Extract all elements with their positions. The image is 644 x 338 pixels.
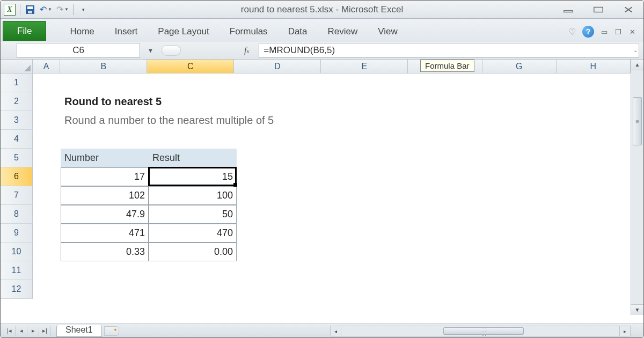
minimize-button[interactable] [563,5,574,14]
excel-logo-icon [4,4,16,16]
column-header[interactable]: C [147,60,234,73]
name-box-dropdown[interactable]: ▼ [148,47,153,54]
next-sheet-button[interactable]: ▸ [27,326,39,336]
formula-text: =MROUND(B6,5) [264,45,335,56]
first-sheet-button[interactable]: |◂ [4,326,16,336]
row-header[interactable]: 1 [1,74,33,92]
workbook-minimize-button[interactable]: ▭ [601,28,608,36]
ribbon-tab-review[interactable]: Review [328,26,358,37]
ribbon-tab-insert[interactable]: Insert [115,26,138,37]
workbook-close-button[interactable]: ✕ [628,28,636,36]
cell[interactable]: 470 [149,224,237,243]
row-header[interactable]: 2 [1,92,33,111]
column-header[interactable]: A [33,60,60,73]
undo-icon: ↶ [40,5,47,14]
redo-button[interactable]: ↷▼ [56,4,69,16]
row-header[interactable]: 10 [1,243,33,261]
horizontal-scrollbar[interactable]: ◂ ▸ [330,326,631,336]
formula-bar: C6 ▼ fx =MROUND(B6,5) ⌄ [1,41,643,60]
sheet-tab-bar: |◂ ◂ ▸ ▸| Sheet1 ◂ ▸ [1,324,643,337]
vertical-scroll-thumb[interactable] [633,97,642,145]
vertical-scrollbar[interactable]: ▲ ▼ [631,60,643,315]
row-header[interactable]: 8 [1,205,33,224]
ribbon-tab-data[interactable]: Data [288,26,308,37]
cell[interactable]: Number [61,149,149,167]
cell[interactable]: 47.9 [61,205,149,224]
cell[interactable]: 0.00 [149,243,237,261]
name-box[interactable]: C6 ▼ [17,43,140,58]
formula-input[interactable]: =MROUND(B6,5) ⌄ [259,43,639,58]
save-button[interactable] [25,4,35,16]
cell[interactable]: Round to nearest 5 [61,92,436,111]
row-header[interactable]: 6 [1,167,33,186]
title-bar: ↶▼ ↷▼ ▾ round to nearest 5.xlsx - Micros… [1,1,643,19]
new-sheet-button[interactable] [104,326,119,336]
ribbon-tab-page-layout[interactable]: Page Layout [158,26,209,37]
horizontal-scroll-thumb[interactable] [443,327,524,335]
last-sheet-button[interactable]: ▸| [39,326,51,336]
fx-sub: x [246,48,249,54]
svg-rect-0 [564,10,573,12]
row-header[interactable]: 9 [1,224,33,243]
save-icon [26,5,34,14]
scroll-right-button[interactable]: ▸ [619,326,630,336]
cell[interactable]: 100 [149,186,237,205]
ribbon-tab-home[interactable]: Home [70,26,94,37]
row-header[interactable]: 12 [1,280,33,299]
ribbon: File HomeInsertPage LayoutFormulasDataRe… [1,19,643,41]
row-header[interactable]: 4 [1,130,33,149]
column-headers: ABCDEFGH [33,60,631,74]
maximize-button[interactable] [593,5,604,14]
help-button[interactable]: ? [582,26,594,38]
row-header[interactable]: 11 [1,261,33,280]
redo-icon: ↷ [56,5,63,14]
row-header[interactable]: 3 [1,111,33,130]
cancel-formula-button[interactable] [162,45,181,56]
ribbon-tab-formulas[interactable]: Formulas [230,26,268,37]
select-all-button[interactable] [1,60,33,74]
column-header[interactable]: H [557,60,631,73]
row-headers: 123456789101112 [1,74,33,299]
sheet-tab-active[interactable]: Sheet1 [56,325,102,337]
file-tab[interactable]: File [3,21,46,41]
cell[interactable]: Round a number to the nearest multiple o… [61,111,436,130]
svg-rect-1 [594,7,603,12]
customize-qat-button[interactable]: ▾ [78,4,89,16]
expand-formula-bar-button[interactable]: ⌄ [633,47,638,53]
insert-function-button[interactable]: fx [244,46,249,55]
scroll-up-button[interactable]: ▲ [631,60,643,70]
workbook-restore-button[interactable]: ❐ [614,28,622,36]
sheet-tab-label: Sheet1 [65,325,93,335]
column-header[interactable]: B [60,60,147,73]
cell[interactable]: Result [149,149,237,167]
minimize-ribbon-button[interactable]: ♡ [568,27,576,37]
cell[interactable]: 15 [149,167,237,186]
scroll-down-button[interactable]: ▼ [631,304,643,315]
chevron-down-icon: ▼ [48,7,52,12]
column-header[interactable]: G [482,60,557,73]
cells-area[interactable]: Round to nearest 5Round a number to the … [33,74,631,315]
name-box-value: C6 [72,45,84,56]
cell[interactable]: 0.33 [61,243,149,261]
scroll-left-button[interactable]: ◂ [331,326,341,336]
formula-bar-tooltip: Formula Bar [420,60,474,72]
cell[interactable]: 17 [61,167,149,186]
column-header[interactable]: E [321,60,408,73]
cell[interactable]: 102 [61,186,149,205]
cell[interactable]: 50 [149,205,237,224]
undo-button[interactable]: ↶▼ [40,4,52,16]
ribbon-tab-view[interactable]: View [378,26,398,37]
close-button[interactable] [623,5,634,14]
row-header[interactable]: 7 [1,186,33,205]
row-header[interactable]: 5 [1,149,33,167]
window-title: round to nearest 5.xlsx - Microsoft Exce… [241,4,403,15]
cell[interactable]: 471 [61,224,149,243]
column-header[interactable]: D [234,60,321,73]
spreadsheet-grid: Formula Bar ABCDEFGH 123456789101112 Rou… [1,60,643,315]
prev-sheet-button[interactable]: ◂ [16,326,27,336]
chevron-down-icon: ▼ [64,7,69,12]
